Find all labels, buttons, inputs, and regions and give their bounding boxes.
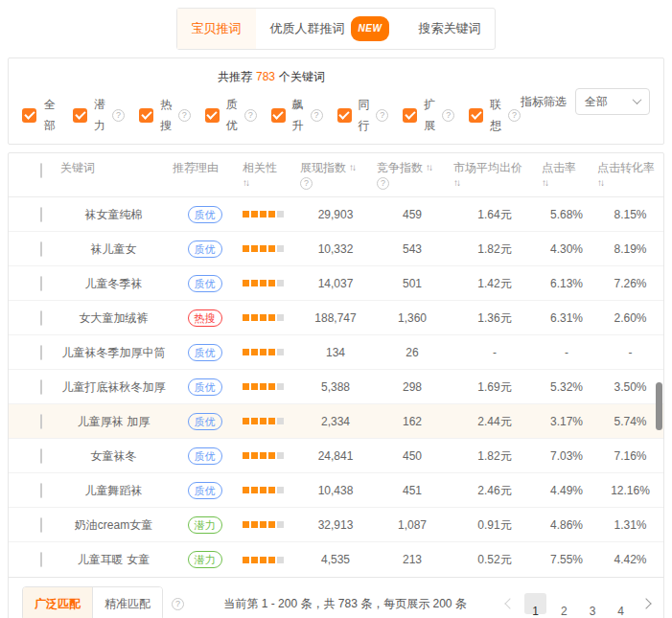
column-header[interactable]: 相关性 <box>237 160 294 191</box>
checkbox-icon[interactable] <box>337 108 352 123</box>
new-badge: NEW <box>351 16 390 41</box>
table-row[interactable]: 儿童袜冬季加厚中筒 质优 134 26 - - - <box>9 335 663 370</box>
relevance-segment <box>243 383 249 390</box>
help-icon[interactable] <box>442 109 454 122</box>
filter-option[interactable]: 扩展 <box>403 94 454 136</box>
relevance-bar <box>243 418 294 424</box>
sort-icon[interactable] <box>349 160 355 175</box>
relevance-segment <box>268 418 275 424</box>
tab[interactable]: 宝贝推词 <box>177 9 256 49</box>
tab[interactable]: 搜索关键词 <box>404 9 495 49</box>
row-checkbox[interactable] <box>40 517 42 533</box>
table-row[interactable]: 儿童耳暖 女童 潜力 4,535 213 0.52元 7.55% 4.42% <box>9 542 663 577</box>
row-checkbox[interactable] <box>40 276 42 291</box>
table-row[interactable]: 女童袜冬 质优 24,841 450 1.82元 7.03% 7.16% <box>9 439 663 473</box>
table-row[interactable]: 儿童舞蹈袜 质优 10,438 451 2.46元 4.49% 12.16% <box>9 473 663 508</box>
reason-tag: 质优 <box>188 378 222 396</box>
relevance-segment <box>251 452 258 459</box>
checkbox-icon[interactable] <box>22 108 36 123</box>
column-label: 点击率 <box>542 160 576 175</box>
relevance-bar <box>243 349 294 355</box>
cvr-cell: 5.74% <box>591 411 663 432</box>
row-checkbox[interactable] <box>40 207 42 222</box>
filter-option[interactable]: 热搜 <box>139 94 191 136</box>
column-header[interactable]: 点击转化率 <box>591 160 663 191</box>
tab[interactable]: 优质人群推词 NEW <box>256 9 405 49</box>
relevance-segment <box>277 314 284 321</box>
filter-option-label: 联想 <box>488 94 503 136</box>
table-row[interactable]: 袜女童纯棉 质优 29,903 459 1.64元 5.68% 8.15% <box>9 197 663 232</box>
page-prev-icon[interactable] <box>505 598 516 608</box>
column-header: 推荐理由 <box>167 160 237 175</box>
filter-panel: 共推荐783个关键词 全部 潜力 热搜 质优 飙升 同行 扩展 联想 <box>8 57 664 145</box>
help-icon[interactable] <box>112 109 125 122</box>
sort-icon[interactable] <box>243 175 248 191</box>
help-icon[interactable] <box>377 177 389 190</box>
keyword-cell: 奶油cream女童 <box>55 515 167 536</box>
sort-icon[interactable] <box>453 175 459 191</box>
match-type-button[interactable]: 广泛匹配 <box>23 587 92 618</box>
filter-option[interactable]: 同行 <box>337 94 389 136</box>
sort-icon[interactable] <box>542 175 547 191</box>
filter-option[interactable]: 全部 <box>22 94 58 136</box>
metric-filter-select[interactable]: 全部 <box>575 88 650 115</box>
column-header: 关键词 <box>55 160 167 175</box>
checkbox-icon[interactable] <box>205 108 220 123</box>
column-header[interactable]: 竞争指数 <box>371 160 448 191</box>
competition-cell: 459 <box>371 204 448 225</box>
scrollbar-thumb[interactable] <box>656 382 662 430</box>
checkbox-icon[interactable] <box>271 108 286 123</box>
page-button[interactable]: 1 <box>524 593 546 614</box>
row-checkbox[interactable] <box>40 552 42 567</box>
relevance-segment <box>277 245 284 252</box>
relevance-segment <box>277 280 284 286</box>
filter-option-label: 潜力 <box>92 94 107 136</box>
row-checkbox[interactable] <box>40 310 42 326</box>
sort-icon[interactable] <box>597 175 603 191</box>
table-row[interactable]: 奶油cream女童 潜力 32,913 1,087 0.91元 4.86% 1.… <box>9 508 663 542</box>
table-row[interactable]: 儿童打底袜秋冬加厚 质优 5,388 298 1.69元 5.32% 3.50% <box>9 370 663 404</box>
help-icon[interactable] <box>508 109 521 122</box>
table-row[interactable]: 女大童加绒裤 热搜 188,747 1,360 1.36元 6.31% 2.60… <box>9 301 663 335</box>
table-row[interactable]: 儿童冬季袜 质优 14,037 501 1.42元 6.13% 7.26% <box>9 266 663 301</box>
help-icon[interactable] <box>376 109 388 122</box>
filter-options: 全部 潜力 热搜 质优 飙升 同行 扩展 联想 <box>22 94 521 136</box>
select-all-checkbox[interactable] <box>40 163 42 178</box>
table-row[interactable]: 儿童厚袜 加厚 质优 2,334 162 2.44元 3.17% 5.74% <box>9 404 663 439</box>
ctr-cell: - <box>536 342 591 363</box>
filter-option[interactable]: 联想 <box>469 94 521 136</box>
help-icon[interactable] <box>172 598 184 610</box>
page-next-icon[interactable] <box>640 598 651 608</box>
row-checkbox[interactable] <box>40 483 42 498</box>
page-button[interactable]: 2 <box>553 593 575 614</box>
help-icon[interactable] <box>244 109 257 122</box>
filter-option[interactable]: 质优 <box>205 94 257 136</box>
column-header[interactable]: 市场平均出价 <box>448 160 536 191</box>
help-icon[interactable] <box>311 109 323 122</box>
checkbox-icon[interactable] <box>139 108 153 123</box>
row-checkbox[interactable] <box>40 379 42 395</box>
recommend-summary: 共推荐783个关键词 <box>22 66 521 87</box>
row-checkbox[interactable] <box>40 414 42 429</box>
ctr-cell: 6.31% <box>536 308 591 329</box>
row-checkbox[interactable] <box>40 241 42 257</box>
help-icon[interactable] <box>178 109 191 122</box>
checkbox-icon[interactable] <box>403 108 417 123</box>
page-button[interactable]: 4 <box>610 593 632 614</box>
relevance-segment <box>243 314 249 321</box>
column-header[interactable]: 展现指数 <box>294 160 371 191</box>
match-type-button[interactable]: 精准匹配 <box>92 587 162 618</box>
checkbox-icon[interactable] <box>73 108 87 123</box>
help-icon[interactable] <box>300 177 313 190</box>
column-header[interactable]: 点击率 <box>536 160 591 191</box>
filter-option[interactable]: 潜力 <box>73 94 125 136</box>
row-checkbox[interactable] <box>40 345 42 360</box>
ctr-cell: 4.86% <box>536 515 591 536</box>
table-row[interactable]: 袜儿童女 质优 10,332 543 1.82元 4.30% 8.19% <box>9 232 663 266</box>
filter-option[interactable]: 飙升 <box>271 94 323 136</box>
checkbox-icon[interactable] <box>469 108 483 123</box>
sort-icon[interactable] <box>426 160 431 175</box>
competition-cell: 501 <box>371 273 448 294</box>
row-checkbox[interactable] <box>40 448 42 464</box>
page-button[interactable]: 3 <box>582 593 604 614</box>
